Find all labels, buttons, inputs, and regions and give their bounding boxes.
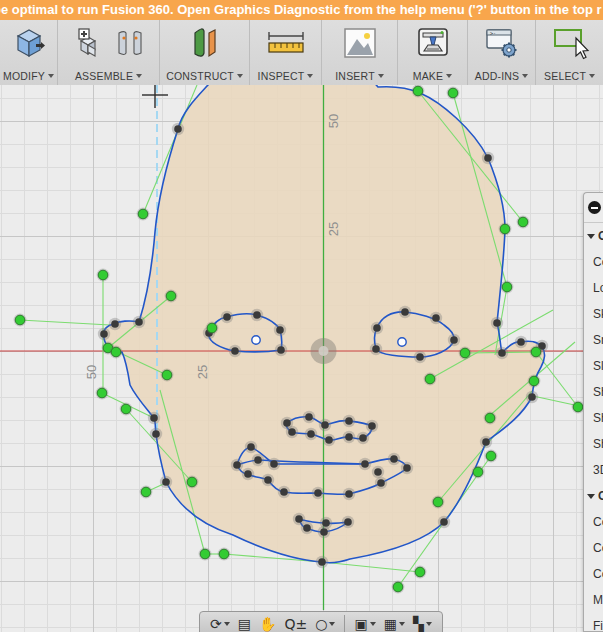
display-settings-button[interactable]: ▣ — [351, 616, 378, 632]
toolbar-group-add-ins[interactable]: >- ADD-INS — [468, 20, 536, 85]
handle-point[interactable] — [529, 376, 539, 386]
spline-point[interactable] — [403, 464, 411, 472]
spline-point[interactable] — [498, 349, 506, 357]
spline-point[interactable] — [377, 479, 385, 487]
toolbar-group-make[interactable]: MAKE — [398, 20, 468, 85]
handle-point[interactable] — [500, 224, 510, 234]
spline-point[interactable] — [277, 346, 285, 354]
handle-point[interactable] — [518, 217, 528, 227]
toolbar-group-insert[interactable]: INSERT — [322, 20, 398, 85]
spline-point[interactable] — [280, 488, 288, 496]
spline-point[interactable] — [111, 320, 119, 328]
pupil-circle[interactable] — [252, 336, 260, 344]
pupil-circle[interactable] — [398, 338, 406, 346]
spline-point[interactable] — [325, 436, 333, 444]
zoom-button[interactable]: Q± — [281, 616, 310, 632]
spline-point[interactable] — [401, 308, 409, 316]
palette-item-3d-sketch[interactable]: 3D Sketch — [584, 457, 603, 483]
spline-point[interactable] — [264, 476, 272, 484]
spline-point[interactable] — [374, 468, 382, 476]
spline-point[interactable] — [253, 311, 261, 319]
palette-section-options[interactable]: Options — [584, 223, 603, 249]
palette-item-show-constraints[interactable]: Show Constraints — [584, 431, 603, 457]
spline-point[interactable] — [233, 461, 241, 469]
handle-point[interactable] — [448, 88, 458, 98]
palette-item-concentric[interactable]: Concentric — [584, 561, 603, 587]
spline-point[interactable] — [254, 456, 262, 464]
toolbar-group-inspect[interactable]: INSPECT — [250, 20, 322, 85]
handle-point[interactable] — [573, 402, 583, 412]
handle-point[interactable] — [187, 477, 197, 487]
spline-point[interactable] — [416, 353, 424, 361]
spline-point[interactable] — [345, 433, 353, 441]
spline-point[interactable] — [528, 393, 536, 401]
handle-point[interactable] — [97, 388, 107, 398]
grid-settings-button[interactable]: ▦ — [381, 616, 408, 632]
handle-point[interactable] — [531, 347, 541, 357]
spline-point[interactable] — [223, 313, 231, 321]
assemble-menu[interactable]: ASSEMBLE — [75, 70, 142, 82]
inspect-menu[interactable]: INSPECT — [258, 70, 314, 82]
spline-point[interactable] — [152, 430, 160, 438]
spline-handle-line[interactable] — [20, 320, 110, 325]
spline-point[interactable] — [344, 518, 352, 526]
handle-point[interactable] — [485, 413, 495, 423]
spline-point[interactable] — [322, 519, 330, 527]
handle-point[interactable] — [460, 348, 470, 358]
spline-point[interactable] — [493, 319, 501, 327]
toolbar-group-construct[interactable]: CONSTRUCT — [160, 20, 250, 85]
spline-point[interactable] — [270, 460, 278, 468]
sketch-canvas[interactable]: 50252550 — [0, 85, 603, 632]
spline-point[interactable] — [450, 336, 458, 344]
spline-point[interactable] — [305, 413, 313, 421]
handle-point[interactable] — [207, 323, 217, 333]
palette-item-snap[interactable]: Snap — [584, 327, 603, 353]
spline-point[interactable] — [320, 528, 328, 536]
spline-point[interactable] — [318, 558, 326, 566]
handle-point[interactable] — [433, 497, 443, 507]
handle-point[interactable] — [473, 467, 483, 477]
handle-point[interactable] — [200, 549, 210, 559]
spline-point[interactable] — [517, 338, 525, 346]
viewports-button[interactable]: ▚ — [410, 616, 435, 632]
palette-item-fix[interactable]: Fix — [584, 613, 603, 632]
spline-handle-line[interactable] — [533, 396, 579, 406]
palette-item-coincident[interactable]: Coincident — [584, 509, 603, 535]
palette-item-slice[interactable]: Slice — [584, 353, 603, 379]
palette-item-collinear[interactable]: Collinear — [584, 535, 603, 561]
handle-point[interactable] — [415, 567, 425, 577]
handle-point[interactable] — [166, 291, 176, 301]
spline-point[interactable] — [276, 326, 284, 334]
handle-point[interactable] — [425, 374, 435, 384]
construct-menu[interactable]: CONSTRUCT — [166, 70, 243, 82]
spline-point[interactable] — [440, 518, 448, 526]
handle-point[interactable] — [219, 549, 229, 559]
handle-point[interactable] — [413, 86, 423, 96]
spline-handle-line[interactable] — [322, 562, 420, 572]
spline-point[interactable] — [345, 490, 353, 498]
handle-point[interactable] — [393, 582, 403, 592]
handle-point[interactable] — [486, 451, 496, 461]
spline-point[interactable] — [100, 330, 108, 338]
pan-button[interactable]: ✋ — [256, 616, 279, 632]
handle-point[interactable] — [141, 487, 151, 497]
spline-point[interactable] — [482, 438, 490, 446]
handle-point[interactable] — [111, 347, 121, 357]
orbit-button[interactable]: ⟳ — [207, 616, 233, 632]
spline-point[interactable] — [432, 314, 440, 322]
handle-point[interactable] — [162, 370, 172, 380]
spline-point[interactable] — [303, 524, 311, 532]
spline-point[interactable] — [283, 419, 291, 427]
spline-handle-line[interactable] — [536, 352, 578, 407]
spline-point[interactable] — [295, 515, 303, 523]
spline-point[interactable] — [484, 154, 492, 162]
spline-point[interactable] — [150, 414, 158, 422]
palette-item-construction[interactable]: Construction — [584, 249, 603, 275]
spline-point[interactable] — [244, 470, 252, 478]
insert-menu[interactable]: INSERT — [335, 70, 384, 82]
select-menu[interactable]: SELECT — [544, 70, 595, 82]
spline-point[interactable] — [373, 324, 381, 332]
make-menu[interactable]: MAKE — [413, 70, 453, 82]
spline-point[interactable] — [307, 430, 315, 438]
spline-point[interactable] — [314, 489, 322, 497]
